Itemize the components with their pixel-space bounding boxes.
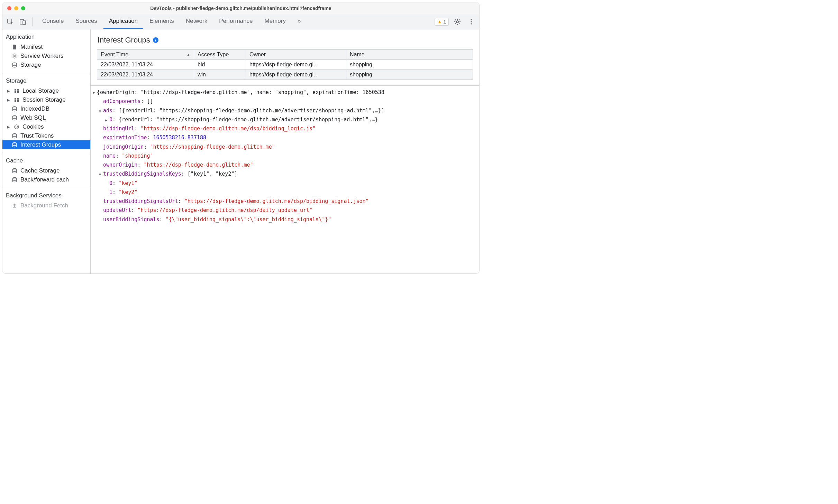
sidebar-item-manifest[interactable]: Manifest <box>2 43 90 52</box>
tree-row[interactable]: ads: [{renderUrl: "https://shopping-fled… <box>93 106 476 115</box>
database-icon <box>11 142 18 148</box>
upload-icon <box>11 203 18 209</box>
tab-elements[interactable]: Elements <box>144 14 180 29</box>
tree-row[interactable]: name: "shopping" <box>93 151 476 160</box>
table-row[interactable]: 22/03/2022, 11:03:24 bid https://dsp-fle… <box>97 60 473 70</box>
disclosure-closed-icon[interactable] <box>105 115 109 124</box>
svg-rect-11 <box>15 91 16 93</box>
cell-name: shopping <box>346 70 473 80</box>
tree-row[interactable]: joiningOrigin: "https://shopping-fledge-… <box>93 142 476 151</box>
sidebar-item-cookies[interactable]: ▶ Cookies <box>2 122 90 131</box>
sidebar-item-storage[interactable]: Storage <box>2 60 90 69</box>
svg-rect-13 <box>15 98 16 100</box>
toolbar-divider <box>32 17 33 26</box>
database-icon <box>11 115 18 121</box>
tree-row[interactable]: 0: "key1" <box>93 179 476 188</box>
table-row[interactable]: 22/03/2022, 11:03:24 win https://dsp-fle… <box>97 70 473 80</box>
tree-row[interactable]: biddingUrl: "https://dsp-fledge-demo.gli… <box>93 124 476 133</box>
tree-row[interactable]: 1: "key2" <box>93 188 476 197</box>
col-name[interactable]: Name <box>346 50 473 60</box>
maximize-window-button[interactable] <box>21 6 25 10</box>
svg-point-23 <box>17 128 18 128</box>
tab-application[interactable]: Application <box>103 14 143 29</box>
device-toolbar-icon[interactable] <box>18 17 28 27</box>
info-icon[interactable]: i <box>153 37 158 43</box>
toolbar-right: ▲ 1 <box>435 17 476 27</box>
minimize-window-button[interactable] <box>14 6 18 10</box>
svg-rect-12 <box>17 91 19 93</box>
sidebar-item-cache-storage[interactable]: Cache Storage <box>2 166 90 175</box>
sidebar-item-trust-tokens[interactable]: Trust Tokens <box>2 131 90 140</box>
svg-point-18 <box>13 116 17 117</box>
svg-point-4 <box>471 19 472 20</box>
svg-point-21 <box>17 126 18 127</box>
tab-console[interactable]: Console <box>37 14 69 29</box>
sidebar-item-label: Web SQL <box>20 114 46 121</box>
tree-row[interactable]: trustedBiddingSignalsKeys: ["key1", "key… <box>93 169 476 178</box>
tree-row[interactable]: expirationTime: 1650538216.837188 <box>93 133 476 142</box>
tree-row[interactable]: updateUrl: "https://dsp-fledge-demo.glit… <box>93 206 476 215</box>
kebab-menu-icon[interactable] <box>466 17 476 27</box>
devtools-window: DevTools - publisher-fledge-demo.glitch.… <box>2 2 480 274</box>
disclosure-open-icon[interactable] <box>93 88 97 97</box>
tree-row[interactable]: adComponents: [] <box>93 97 476 106</box>
issues-badge[interactable]: ▲ 1 <box>435 18 449 26</box>
svg-point-24 <box>13 134 17 135</box>
devtools-toolbar: Console Sources Application Elements Net… <box>2 14 479 29</box>
tree-row[interactable]: 0: {renderUrl: "https://shopping-fledge-… <box>93 115 476 124</box>
traffic-lights <box>2 6 25 10</box>
col-event-time[interactable]: Event Time ▲ <box>97 50 194 60</box>
cell-owner: https://dsp-fledge-demo.gl… <box>246 60 346 70</box>
inspect-element-icon[interactable] <box>5 17 16 27</box>
sidebar-item-label: Interest Groups <box>20 141 61 148</box>
tab-sources[interactable]: Sources <box>70 14 102 29</box>
warning-count: 1 <box>443 19 446 25</box>
sidebar-item-label: Manifest <box>20 44 43 50</box>
svg-point-27 <box>13 178 17 179</box>
sidebar-item-label: Session Storage <box>22 96 66 103</box>
tree-row-root[interactable]: {ownerOrigin: "https://dsp-fledge-demo.g… <box>93 88 476 97</box>
database-icon <box>11 62 18 68</box>
tree-row[interactable]: ownerOrigin: "https://dsp-fledge-demo.gl… <box>93 160 476 169</box>
object-tree: {ownerOrigin: "https://dsp-fledge-demo.g… <box>91 87 479 227</box>
sort-asc-icon: ▲ <box>186 53 190 57</box>
sidebar-item-label: Trust Tokens <box>20 132 54 139</box>
sidebar-item-indexeddb[interactable]: IndexedDB <box>2 104 90 113</box>
database-icon <box>11 133 18 139</box>
disclosure-open-icon[interactable] <box>99 106 103 115</box>
sidebar-item-service-workers[interactable]: Service Workers <box>2 52 90 60</box>
devtools-body: Application Manifest Service Workers Sto… <box>2 29 479 273</box>
interest-groups-table: Event Time ▲ Access Type Owner Name 22/0… <box>97 49 473 80</box>
svg-point-3 <box>456 21 458 23</box>
chevron-right-icon: ▶ <box>7 125 10 129</box>
sidebar-item-background-fetch[interactable]: Background Fetch <box>2 201 90 210</box>
settings-gear-icon[interactable] <box>452 17 463 27</box>
sidebar-item-local-storage[interactable]: ▶ Local Storage <box>2 86 90 95</box>
tab-memory[interactable]: Memory <box>259 14 291 29</box>
tree-row[interactable]: trustedBiddingSignalsUrl: "https://dsp-f… <box>93 197 476 206</box>
panel-splitter[interactable] <box>91 85 479 86</box>
sidebar-item-websql[interactable]: Web SQL <box>2 113 90 122</box>
window-titlebar: DevTools - publisher-fledge-demo.glitch.… <box>2 2 479 14</box>
svg-point-17 <box>13 107 17 108</box>
close-window-button[interactable] <box>7 6 11 10</box>
svg-point-19 <box>15 125 19 129</box>
grid-icon <box>13 88 20 94</box>
col-access-type[interactable]: Access Type <box>194 50 246 60</box>
sidebar-item-label: Cookies <box>22 123 44 130</box>
more-tabs-button[interactable]: » <box>292 14 306 29</box>
sidebar-item-bf-cache[interactable]: Back/forward cach <box>2 175 90 184</box>
svg-rect-10 <box>17 89 19 91</box>
tab-performance[interactable]: Performance <box>213 14 258 29</box>
col-owner[interactable]: Owner <box>246 50 346 60</box>
section-background: Background Services Background Fetch <box>2 188 90 214</box>
sidebar-item-session-storage[interactable]: ▶ Session Storage <box>2 95 90 104</box>
sidebar-item-interest-groups[interactable]: Interest Groups <box>2 140 90 149</box>
section-heading-application: Application <box>2 31 90 43</box>
tab-network[interactable]: Network <box>180 14 213 29</box>
svg-rect-16 <box>17 100 19 102</box>
tree-row[interactable]: userBiddingSignals: "{\"user_bidding_sig… <box>93 215 476 224</box>
section-heading-storage: Storage <box>2 75 90 86</box>
disclosure-open-icon[interactable] <box>99 169 103 178</box>
sidebar-item-label: Local Storage <box>22 87 59 94</box>
